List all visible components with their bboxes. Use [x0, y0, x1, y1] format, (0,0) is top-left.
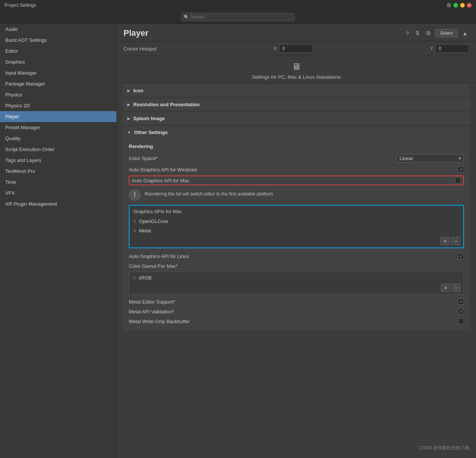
titlebar: Project Settings [0, 0, 476, 11]
coord-group-x: X [274, 44, 313, 53]
metal-editor-support-label: Metal Editor Support* [129, 299, 458, 305]
sidebar-item-quality[interactable]: Quality [0, 133, 116, 144]
y-input[interactable] [435, 44, 469, 53]
section-other: ▼ Other Settings Rendering Color Space* … [123, 127, 470, 331]
cursor-hotspot-row: Cursor Hotspot X Y [117, 41, 476, 56]
titlebar-dots [447, 3, 471, 8]
cursor-hotspot-label: Cursor Hotspot [124, 46, 156, 52]
metal-editor-support-row: Metal Editor Support* [129, 297, 464, 307]
section-other-header[interactable]: ▼ Other Settings [123, 127, 470, 138]
section-icon: ▶ Icon [123, 85, 470, 96]
coord-group-y: Y [430, 44, 469, 53]
section-splash: ▶ Splash Image [123, 113, 470, 124]
search-icon: 🔍 [184, 15, 189, 20]
color-space-dropdown[interactable]: Linear Gamma [396, 154, 464, 163]
api-handle-openglcore: ≡ [133, 219, 136, 224]
api-item-metal[interactable]: ≡ Metal [130, 226, 463, 235]
auto-graphics-linux-checkbox[interactable] [458, 253, 464, 259]
auto-graphics-linux-row: Auto Graphics API for Linux [129, 251, 464, 261]
other-settings-body: Rendering Color Space* Linear Gamma ▼ Au… [123, 138, 470, 331]
help-button[interactable]: ? [404, 29, 410, 37]
api-handle-metal: ≡ [133, 228, 136, 234]
apis-footer: + − [130, 235, 463, 246]
auto-graphics-windows-checkbox[interactable] [458, 166, 464, 173]
color-space-row: Color Space* Linear Gamma ▼ [129, 152, 464, 165]
sidebar-item-xr[interactable]: XR Plugin Management [0, 198, 116, 209]
sidebar-item-burst[interactable]: Burst AOT Settings [0, 35, 116, 46]
splash-arrow: ▶ [127, 116, 130, 121]
auto-graphics-mac-row-highlighted: Auto Graphics API for Mac [129, 176, 464, 185]
search-input[interactable] [182, 13, 294, 21]
auto-graphics-windows-label: Auto Graphics API for Windows [129, 167, 458, 173]
gear-button[interactable]: ⚙ [424, 29, 432, 37]
sidebar-item-player[interactable]: Player [0, 111, 116, 122]
color-space-label: Color Space* [129, 156, 396, 161]
metal-editor-support-checkbox-wrap [458, 299, 464, 305]
auto-graphics-linux-checkbox-wrap [458, 253, 464, 259]
icon-arrow: ▶ [127, 89, 130, 93]
warning-icon: ! [129, 189, 141, 201]
apis-list-box: Graphics APIs for Mac ≡ OpenGLCore ≡ Met… [129, 205, 464, 248]
sidebar-item-input[interactable]: Input Manager [0, 67, 116, 78]
auto-graphics-mac-label: Auto Graphics API for Mac [132, 178, 455, 183]
dot-green [453, 3, 458, 8]
header-actions: ? ⇅ ⚙ Select ▲ [404, 29, 469, 37]
search-wrap: 🔍 [182, 13, 294, 21]
color-gamut-box: ≡ sRGB + − [129, 272, 464, 295]
auto-graphics-windows-checkbox-wrap [458, 166, 464, 173]
sidebar-item-graphics[interactable]: Graphics [0, 56, 116, 67]
metal-api-validation-checkbox-wrap [458, 308, 464, 314]
metal-write-only-row: Metal Write-Only Backbuffer [129, 316, 464, 326]
monitor-icon: 🖥 [292, 61, 301, 72]
gamut-footer: + − [129, 282, 464, 293]
auto-graphics-windows-row: Auto Graphics API for Windows [129, 165, 464, 174]
api-item-openglcore[interactable]: ≡ OpenGLCore [130, 217, 463, 226]
metal-api-validation-checkbox[interactable] [458, 308, 464, 314]
metal-write-only-checkbox[interactable] [458, 318, 464, 324]
apis-add-button[interactable]: + [441, 237, 450, 245]
gamut-item-srgb[interactable]: ≡ sRGB [129, 273, 464, 282]
metal-write-only-label: Metal Write-Only Backbuffer [129, 319, 458, 324]
apis-remove-button[interactable]: − [451, 237, 460, 245]
sidebar-item-vfx[interactable]: VFX [0, 188, 116, 198]
auto-graphics-mac-checkbox-wrap [455, 177, 461, 183]
select-button[interactable]: Select [435, 29, 458, 37]
sidebar-item-preset[interactable]: Preset Manager [0, 122, 116, 133]
apis-list-title: Graphics APIs for Mac [130, 208, 463, 217]
main-layout: Audio Burst AOT Settings Editor Graphics… [0, 24, 476, 458]
dot-red [467, 3, 471, 8]
auto-graphics-mac-checkbox[interactable] [455, 177, 461, 183]
x-label: X [274, 46, 277, 51]
section-icon-header[interactable]: ▶ Icon [123, 85, 470, 96]
sidebar-item-script[interactable]: Script Execution Order [0, 144, 116, 155]
api-name-metal: Metal [139, 228, 151, 234]
gamut-remove-button[interactable]: − [452, 284, 461, 292]
color-gamut-label: Color Gamut For Mac* [129, 263, 464, 269]
sidebar-item-time[interactable]: Time [0, 177, 116, 188]
sidebar-item-physics[interactable]: Physics [0, 89, 116, 100]
sidebar-item-tags[interactable]: Tags and Layers [0, 155, 116, 166]
rendering-title: Rendering [129, 144, 464, 149]
platform-label: Settings for PC, Mac & Linux Standalone [252, 74, 341, 80]
other-title: Other Settings [134, 130, 168, 135]
searchbar: 🔍 [0, 11, 476, 24]
x-input[interactable] [279, 44, 313, 53]
sidebar-item-audio[interactable]: Audio [0, 24, 116, 35]
sidebar-item-editor[interactable]: Editor [0, 46, 116, 56]
player-header: Player ? ⇅ ⚙ Select ▲ [117, 24, 476, 41]
section-splash-header[interactable]: ▶ Splash Image [123, 113, 470, 124]
platform-row: 🖥 Settings for PC, Mac & Linux Standalon… [117, 56, 476, 82]
titlebar-title: Project Settings [5, 3, 36, 8]
api-name-openglcore: OpenGLCore [139, 218, 168, 224]
sidebar-item-physics2d[interactable]: Physics 2D [0, 100, 116, 111]
sliders-button[interactable]: ⇅ [413, 29, 421, 37]
metal-editor-support-checkbox[interactable] [458, 299, 464, 305]
other-arrow: ▼ [127, 130, 131, 134]
chevron-up-button[interactable]: ▲ [461, 29, 469, 37]
gamut-add-button[interactable]: + [441, 284, 450, 292]
metal-write-only-checkbox-wrap [458, 318, 464, 324]
sidebar-item-package[interactable]: Package Manager [0, 78, 116, 89]
watermark: CSDN @我要吐泡泡了哦 [419, 445, 469, 451]
sidebar-item-textmesh[interactable]: TextMesh Pro [0, 166, 116, 177]
section-resolution-header[interactable]: ▶ Resolution and Presentation [123, 99, 470, 110]
